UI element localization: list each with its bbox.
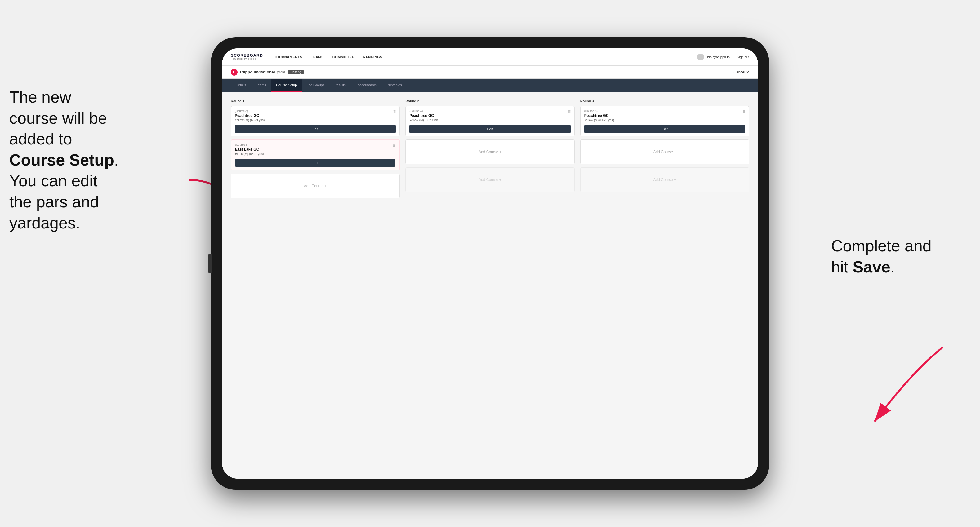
sign-out-link[interactable]: Sign out: [737, 55, 749, 59]
round1-course-b-card: 🗑 (Course B) East Lake GC Black (M) (689…: [231, 140, 400, 170]
nav-link-tournaments[interactable]: TOURNAMENTS: [274, 54, 302, 60]
user-email: blair@clippd.io: [707, 55, 729, 59]
r3-course-a-details: Yellow (M) (6629 yds): [584, 118, 745, 122]
nav-separator: |: [733, 55, 734, 59]
trash-icon[interactable]: 🗑: [393, 110, 396, 113]
round-1-title: Round 1: [231, 99, 400, 103]
tab-printables[interactable]: Printables: [382, 79, 407, 92]
rounds-container: Round 1 🗑 (Course A) Peachtree GC Yellow…: [231, 99, 749, 202]
trash-icon-r3a[interactable]: 🗑: [743, 110, 746, 113]
tab-teams[interactable]: Teams: [251, 79, 271, 92]
sub-header: C Clippd Invitational (Men) Hosting Canc…: [222, 66, 758, 79]
r3-course-a-name: Peachtree GC: [584, 113, 745, 118]
round2-course-a-edit-button[interactable]: Edit: [409, 125, 570, 133]
round2-add-course-label: Add Course +: [479, 150, 501, 154]
nav-link-rankings[interactable]: RANKINGS: [363, 54, 382, 60]
r2-course-a-label: (Course A): [409, 110, 570, 113]
round1-course-b-edit-button[interactable]: Edit: [235, 159, 395, 167]
nav-right: blair@clippd.io | Sign out: [697, 54, 749, 60]
tournament-name: Clippd Invitational: [240, 70, 275, 75]
right-arrow-icon: [850, 341, 955, 428]
tab-leaderboards[interactable]: Leaderboards: [351, 79, 382, 92]
top-nav: SCOREBOARD Powered by clippd TOURNAMENTS…: [222, 48, 758, 66]
round2-add-course-disabled: Add Course +: [405, 167, 574, 192]
course-b-name: East Lake GC: [235, 147, 395, 152]
nav-links: TOURNAMENTS TEAMS COMMITTEE RANKINGS: [274, 54, 697, 60]
right-annotation: Complete and hit Save.: [831, 236, 961, 278]
hosting-badge: Hosting: [288, 70, 304, 75]
tab-tee-groups[interactable]: Tee Groups: [302, 79, 329, 92]
round2-add-course-button[interactable]: Add Course +: [405, 140, 574, 164]
course-a-label: (Course A): [235, 110, 396, 113]
tablet-screen: SCOREBOARD Powered by clippd TOURNAMENTS…: [222, 48, 758, 479]
round3-add-course-disabled: Add Course +: [580, 167, 749, 192]
tournament-logo-icon: C: [231, 69, 237, 76]
nav-link-committee[interactable]: COMMITTEE: [332, 54, 355, 60]
round1-add-course-label: Add Course +: [304, 184, 327, 188]
tab-details[interactable]: Details: [231, 79, 251, 92]
round-2-column: Round 2 🗑 (Course A) Peachtree GC Yellow…: [405, 99, 574, 202]
round3-add-course-button[interactable]: Add Course +: [580, 140, 749, 164]
round-2-title: Round 2: [405, 99, 574, 103]
round3-add-course-disabled-label: Add Course +: [653, 178, 676, 182]
round3-course-a-card: 🗑 (Course A) Peachtree GC Yellow (M) (66…: [580, 106, 749, 137]
tournament-gender: (Men): [277, 70, 285, 74]
left-annotation: The new course will be added to Course S…: [9, 87, 183, 233]
tab-course-setup[interactable]: Course Setup: [271, 79, 302, 92]
course-a-details: Yellow (M) (6629 yds): [235, 118, 396, 122]
content-area: Round 1 🗑 (Course A) Peachtree GC Yellow…: [222, 92, 758, 479]
round3-add-course-label: Add Course +: [653, 150, 676, 154]
tab-results[interactable]: Results: [329, 79, 351, 92]
r3-course-a-label: (Course A): [584, 110, 745, 113]
course-b-details: Black (M) (6891 yds): [235, 152, 395, 156]
course-a-name: Peachtree GC: [235, 113, 396, 118]
round1-course-a-card: 🗑 (Course A) Peachtree GC Yellow (M) (66…: [231, 106, 400, 137]
tablet-side-button: [208, 254, 212, 273]
avatar: [697, 54, 704, 60]
round-1-column: Round 1 🗑 (Course A) Peachtree GC Yellow…: [231, 99, 400, 202]
r2-course-a-details: Yellow (M) (6629 yds): [409, 118, 570, 122]
r2-course-a-name: Peachtree GC: [409, 113, 570, 118]
round2-add-course-disabled-label: Add Course +: [479, 178, 501, 182]
round1-course-a-edit-button[interactable]: Edit: [235, 125, 396, 133]
round1-add-course-button[interactable]: Add Course +: [231, 174, 400, 198]
cancel-button[interactable]: Cancel ✕: [733, 70, 749, 75]
round-3-title: Round 3: [580, 99, 749, 103]
nav-link-teams[interactable]: TEAMS: [311, 54, 324, 60]
trash-icon-b[interactable]: 🗑: [393, 143, 396, 147]
round2-course-a-card: 🗑 (Course A) Peachtree GC Yellow (M) (66…: [405, 106, 574, 137]
tabs-bar: Details Teams Course Setup Tee Groups Re…: [222, 79, 758, 92]
logo-text: SCOREBOARD Powered by clippd: [231, 53, 263, 60]
logo-area: SCOREBOARD Powered by clippd: [231, 53, 263, 60]
tablet-frame: SCOREBOARD Powered by clippd TOURNAMENTS…: [211, 37, 769, 490]
round3-course-a-edit-button[interactable]: Edit: [584, 125, 745, 133]
round-3-column: Round 3 🗑 (Course A) Peachtree GC Yellow…: [580, 99, 749, 202]
trash-icon-r2a[interactable]: 🗑: [568, 110, 571, 113]
course-b-label: (Course B): [235, 143, 395, 146]
